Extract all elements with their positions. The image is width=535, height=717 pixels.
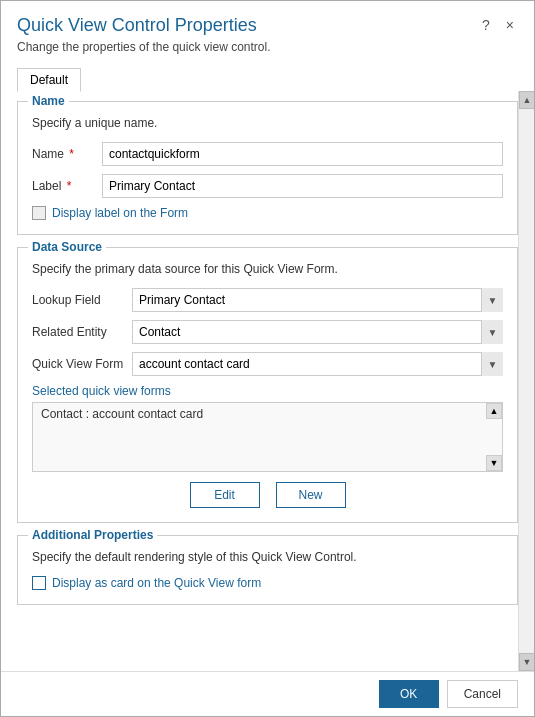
scrollbar: ▲ ▼ [518,91,534,671]
selected-forms-label: Selected quick view forms [32,384,503,398]
name-section: Name Specify a unique name. Name * Label… [17,101,518,235]
datasource-section: Data Source Specify the primary data sou… [17,247,518,523]
content-wrapper: Name Specify a unique name. Name * Label… [1,91,534,671]
display-label-checkbox[interactable] [32,206,46,220]
close-button[interactable]: × [502,15,518,35]
quickview-form-label: Quick View Form [32,357,132,371]
selected-forms-listbox[interactable]: Contact : account contact card ▲ ▼ [32,402,503,472]
listbox-inner: Contact : account contact card [33,403,486,471]
dialog-container: Quick View Control Properties Change the… [0,0,535,717]
cancel-button[interactable]: Cancel [447,680,518,708]
listbox-scroll-up[interactable]: ▲ [486,403,502,419]
scroll-down-arrow[interactable]: ▼ [519,653,534,671]
dialog-title: Quick View Control Properties [17,15,270,36]
additional-section-desc: Specify the default rendering style of t… [32,550,503,564]
edit-button[interactable]: Edit [190,482,260,508]
name-section-legend: Name [28,94,69,108]
label-field-label: Label * [32,179,102,193]
additional-section: Additional Properties Specify the defaul… [17,535,518,605]
display-label-checkbox-label: Display label on the Form [52,206,188,220]
lookup-field-label: Lookup Field [32,293,132,307]
new-button[interactable]: New [276,482,346,508]
additional-section-legend: Additional Properties [28,528,157,542]
card-checkbox-row: Display as card on the Quick View form [32,576,503,590]
label-input[interactable] [102,174,503,198]
name-input[interactable] [102,142,503,166]
listbox-scroll-down[interactable]: ▼ [486,455,502,471]
tab-bar: Default [1,60,534,91]
lookup-field-wrapper: Primary Contact ▼ [132,288,503,312]
label-field-row: Label * [32,174,503,198]
lookup-field-select[interactable]: Primary Contact [132,288,503,312]
name-field-label: Name * [32,147,102,161]
ok-button[interactable]: OK [379,680,439,708]
name-required: * [69,147,74,161]
name-section-desc: Specify a unique name. [32,116,503,130]
name-field-row: Name * [32,142,503,166]
help-button[interactable]: ? [478,15,494,35]
card-checkbox[interactable] [32,576,46,590]
title-area: Quick View Control Properties Change the… [17,15,270,54]
related-entity-row: Related Entity Contact ▼ [32,320,503,344]
quickview-form-row: Quick View Form account contact card ▼ [32,352,503,376]
dialog-footer: OK Cancel [1,671,534,716]
datasource-section-desc: Specify the primary data source for this… [32,262,503,276]
display-label-checkbox-row: Display label on the Form [32,206,503,220]
tab-default[interactable]: Default [17,68,81,92]
datasource-section-legend: Data Source [28,240,106,254]
related-entity-wrapper: Contact ▼ [132,320,503,344]
quickview-form-wrapper: account contact card ▼ [132,352,503,376]
edit-new-button-row: Edit New [32,482,503,508]
title-buttons: ? × [478,15,518,35]
dialog-header: Quick View Control Properties Change the… [1,1,534,60]
related-entity-select[interactable]: Contact [132,320,503,344]
label-required: * [67,179,72,193]
dialog-subtitle: Change the properties of the quick view … [17,40,270,54]
quickview-form-select[interactable]: account contact card [132,352,503,376]
card-checkbox-label: Display as card on the Quick View form [52,576,261,590]
scroll-up-arrow[interactable]: ▲ [519,91,534,109]
list-item: Contact : account contact card [33,403,486,425]
content-scroll[interactable]: Name Specify a unique name. Name * Label… [1,91,534,671]
related-entity-label: Related Entity [32,325,132,339]
lookup-field-row: Lookup Field Primary Contact ▼ [32,288,503,312]
